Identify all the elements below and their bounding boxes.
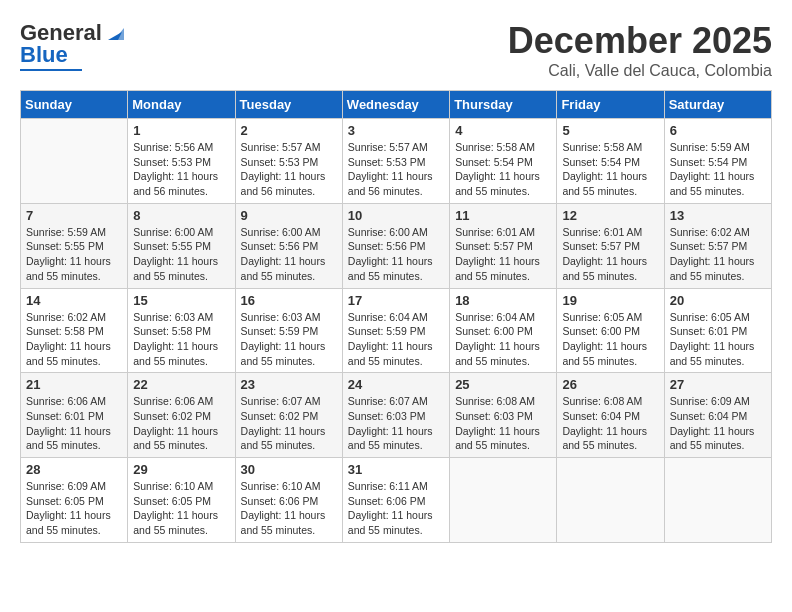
day-number: 4 xyxy=(455,123,551,138)
day-number: 12 xyxy=(562,208,658,223)
calendar-cell: 28Sunrise: 6:09 AM Sunset: 6:05 PM Dayli… xyxy=(21,458,128,543)
day-header-sunday: Sunday xyxy=(21,91,128,119)
calendar-cell: 14Sunrise: 6:02 AM Sunset: 5:58 PM Dayli… xyxy=(21,288,128,373)
day-number: 18 xyxy=(455,293,551,308)
calendar-cell: 22Sunrise: 6:06 AM Sunset: 6:02 PM Dayli… xyxy=(128,373,235,458)
day-number: 14 xyxy=(26,293,122,308)
calendar-week-4: 21Sunrise: 6:06 AM Sunset: 6:01 PM Dayli… xyxy=(21,373,772,458)
calendar-cell: 16Sunrise: 6:03 AM Sunset: 5:59 PM Dayli… xyxy=(235,288,342,373)
day-info: Sunrise: 6:09 AM Sunset: 6:04 PM Dayligh… xyxy=(670,394,766,453)
calendar-cell: 11Sunrise: 6:01 AM Sunset: 5:57 PM Dayli… xyxy=(450,203,557,288)
calendar-table: SundayMondayTuesdayWednesdayThursdayFrid… xyxy=(20,90,772,543)
calendar-cell: 13Sunrise: 6:02 AM Sunset: 5:57 PM Dayli… xyxy=(664,203,771,288)
logo-icon xyxy=(104,22,126,44)
calendar-cell: 5Sunrise: 5:58 AM Sunset: 5:54 PM Daylig… xyxy=(557,119,664,204)
page-header: General Blue December 2025 Cali, Valle d… xyxy=(20,20,772,80)
day-header-friday: Friday xyxy=(557,91,664,119)
day-info: Sunrise: 6:09 AM Sunset: 6:05 PM Dayligh… xyxy=(26,479,122,538)
calendar-cell: 3Sunrise: 5:57 AM Sunset: 5:53 PM Daylig… xyxy=(342,119,449,204)
day-header-wednesday: Wednesday xyxy=(342,91,449,119)
calendar-cell: 19Sunrise: 6:05 AM Sunset: 6:00 PM Dayli… xyxy=(557,288,664,373)
day-number: 8 xyxy=(133,208,229,223)
day-number: 24 xyxy=(348,377,444,392)
day-info: Sunrise: 6:05 AM Sunset: 6:00 PM Dayligh… xyxy=(562,310,658,369)
day-info: Sunrise: 5:59 AM Sunset: 5:54 PM Dayligh… xyxy=(670,140,766,199)
day-number: 17 xyxy=(348,293,444,308)
calendar-cell: 17Sunrise: 6:04 AM Sunset: 5:59 PM Dayli… xyxy=(342,288,449,373)
calendar-cell: 12Sunrise: 6:01 AM Sunset: 5:57 PM Dayli… xyxy=(557,203,664,288)
day-number: 11 xyxy=(455,208,551,223)
day-info: Sunrise: 6:07 AM Sunset: 6:03 PM Dayligh… xyxy=(348,394,444,453)
day-info: Sunrise: 6:06 AM Sunset: 6:01 PM Dayligh… xyxy=(26,394,122,453)
day-number: 7 xyxy=(26,208,122,223)
title-block: December 2025 Cali, Valle del Cauca, Col… xyxy=(508,20,772,80)
day-info: Sunrise: 6:03 AM Sunset: 5:59 PM Dayligh… xyxy=(241,310,337,369)
calendar-cell: 26Sunrise: 6:08 AM Sunset: 6:04 PM Dayli… xyxy=(557,373,664,458)
calendar-week-2: 7Sunrise: 5:59 AM Sunset: 5:55 PM Daylig… xyxy=(21,203,772,288)
day-number: 31 xyxy=(348,462,444,477)
calendar-cell: 1Sunrise: 5:56 AM Sunset: 5:53 PM Daylig… xyxy=(128,119,235,204)
day-info: Sunrise: 6:08 AM Sunset: 6:04 PM Dayligh… xyxy=(562,394,658,453)
calendar-cell: 10Sunrise: 6:00 AM Sunset: 5:56 PM Dayli… xyxy=(342,203,449,288)
day-number: 21 xyxy=(26,377,122,392)
day-header-thursday: Thursday xyxy=(450,91,557,119)
logo: General Blue xyxy=(20,20,126,71)
day-info: Sunrise: 6:00 AM Sunset: 5:56 PM Dayligh… xyxy=(241,225,337,284)
calendar-week-5: 28Sunrise: 6:09 AM Sunset: 6:05 PM Dayli… xyxy=(21,458,772,543)
day-number: 6 xyxy=(670,123,766,138)
calendar-cell: 7Sunrise: 5:59 AM Sunset: 5:55 PM Daylig… xyxy=(21,203,128,288)
calendar-cell: 20Sunrise: 6:05 AM Sunset: 6:01 PM Dayli… xyxy=(664,288,771,373)
calendar-cell: 18Sunrise: 6:04 AM Sunset: 6:00 PM Dayli… xyxy=(450,288,557,373)
day-info: Sunrise: 6:10 AM Sunset: 6:05 PM Dayligh… xyxy=(133,479,229,538)
day-info: Sunrise: 6:03 AM Sunset: 5:58 PM Dayligh… xyxy=(133,310,229,369)
calendar-subtitle: Cali, Valle del Cauca, Colombia xyxy=(508,62,772,80)
calendar-week-3: 14Sunrise: 6:02 AM Sunset: 5:58 PM Dayli… xyxy=(21,288,772,373)
day-number: 5 xyxy=(562,123,658,138)
calendar-cell xyxy=(664,458,771,543)
day-info: Sunrise: 6:02 AM Sunset: 5:58 PM Dayligh… xyxy=(26,310,122,369)
day-number: 2 xyxy=(241,123,337,138)
calendar-title: December 2025 xyxy=(508,20,772,62)
calendar-cell xyxy=(557,458,664,543)
day-info: Sunrise: 6:04 AM Sunset: 6:00 PM Dayligh… xyxy=(455,310,551,369)
calendar-cell: 23Sunrise: 6:07 AM Sunset: 6:02 PM Dayli… xyxy=(235,373,342,458)
day-number: 16 xyxy=(241,293,337,308)
day-info: Sunrise: 6:06 AM Sunset: 6:02 PM Dayligh… xyxy=(133,394,229,453)
logo-blue: Blue xyxy=(20,42,68,67)
day-number: 1 xyxy=(133,123,229,138)
calendar-cell: 8Sunrise: 6:00 AM Sunset: 5:55 PM Daylig… xyxy=(128,203,235,288)
day-info: Sunrise: 6:01 AM Sunset: 5:57 PM Dayligh… xyxy=(455,225,551,284)
day-info: Sunrise: 6:00 AM Sunset: 5:56 PM Dayligh… xyxy=(348,225,444,284)
calendar-week-1: 1Sunrise: 5:56 AM Sunset: 5:53 PM Daylig… xyxy=(21,119,772,204)
day-number: 28 xyxy=(26,462,122,477)
day-number: 23 xyxy=(241,377,337,392)
day-info: Sunrise: 6:01 AM Sunset: 5:57 PM Dayligh… xyxy=(562,225,658,284)
day-number: 9 xyxy=(241,208,337,223)
calendar-cell: 21Sunrise: 6:06 AM Sunset: 6:01 PM Dayli… xyxy=(21,373,128,458)
day-number: 15 xyxy=(133,293,229,308)
day-info: Sunrise: 5:58 AM Sunset: 5:54 PM Dayligh… xyxy=(562,140,658,199)
calendar-cell: 4Sunrise: 5:58 AM Sunset: 5:54 PM Daylig… xyxy=(450,119,557,204)
day-number: 13 xyxy=(670,208,766,223)
day-info: Sunrise: 6:07 AM Sunset: 6:02 PM Dayligh… xyxy=(241,394,337,453)
day-number: 30 xyxy=(241,462,337,477)
day-number: 3 xyxy=(348,123,444,138)
calendar-cell xyxy=(450,458,557,543)
day-info: Sunrise: 5:59 AM Sunset: 5:55 PM Dayligh… xyxy=(26,225,122,284)
calendar-cell: 31Sunrise: 6:11 AM Sunset: 6:06 PM Dayli… xyxy=(342,458,449,543)
day-info: Sunrise: 6:05 AM Sunset: 6:01 PM Dayligh… xyxy=(670,310,766,369)
day-info: Sunrise: 5:58 AM Sunset: 5:54 PM Dayligh… xyxy=(455,140,551,199)
day-info: Sunrise: 5:57 AM Sunset: 5:53 PM Dayligh… xyxy=(348,140,444,199)
day-info: Sunrise: 6:11 AM Sunset: 6:06 PM Dayligh… xyxy=(348,479,444,538)
day-header-saturday: Saturday xyxy=(664,91,771,119)
day-header-tuesday: Tuesday xyxy=(235,91,342,119)
calendar-cell: 9Sunrise: 6:00 AM Sunset: 5:56 PM Daylig… xyxy=(235,203,342,288)
day-info: Sunrise: 6:02 AM Sunset: 5:57 PM Dayligh… xyxy=(670,225,766,284)
calendar-cell: 25Sunrise: 6:08 AM Sunset: 6:03 PM Dayli… xyxy=(450,373,557,458)
calendar-cell: 15Sunrise: 6:03 AM Sunset: 5:58 PM Dayli… xyxy=(128,288,235,373)
day-number: 10 xyxy=(348,208,444,223)
calendar-header-row: SundayMondayTuesdayWednesdayThursdayFrid… xyxy=(21,91,772,119)
day-number: 19 xyxy=(562,293,658,308)
day-number: 29 xyxy=(133,462,229,477)
day-header-monday: Monday xyxy=(128,91,235,119)
